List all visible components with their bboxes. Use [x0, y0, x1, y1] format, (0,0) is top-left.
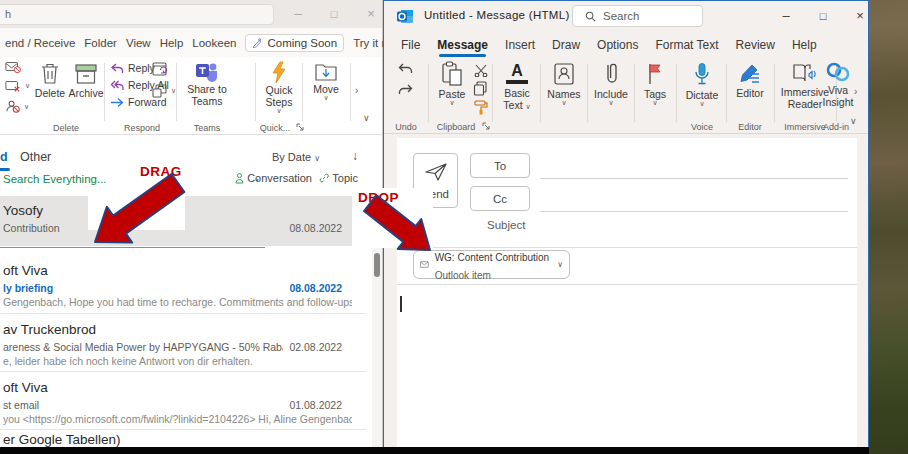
tab-review[interactable]: Review [736, 34, 775, 56]
conversation-toggle[interactable]: Conversation [235, 172, 312, 184]
close-button[interactable]: × [356, 0, 386, 28]
email-row[interactable]: oft Viva ly briefing 08.08.2022 Gengenba… [0, 256, 366, 314]
quick-steps-button[interactable]: Quick Steps ∨ [258, 61, 300, 114]
tab-draw[interactable]: Draw [552, 34, 580, 56]
move-folder-icon [314, 61, 338, 83]
group-label-voice: Voice [680, 122, 724, 132]
sort-direction-icon[interactable]: ↓ [352, 149, 358, 163]
tab-help[interactable]: Help [160, 37, 184, 49]
dictate-button[interactable]: Dictate ∨ [680, 62, 724, 107]
ignore-icon[interactable] [5, 60, 21, 74]
junk-button[interactable]: ∨ [5, 79, 30, 93]
tab-focused[interactable]: d [0, 150, 8, 164]
envelope-icon [420, 257, 429, 272]
dialog-launcher-icon[interactable] [296, 123, 304, 131]
email-row[interactable]: oft Viva st email 01.08.2022 you <https:… [0, 373, 366, 430]
tab-folder[interactable]: Folder [84, 37, 117, 49]
group-label-undo: Undo [388, 122, 424, 132]
tab-options[interactable]: Options [597, 34, 638, 56]
teams-icon [194, 61, 220, 83]
outlook-main-window: h – □ × end / Receive Folder View Help L… [0, 0, 383, 449]
ribbon-overflow-button[interactable]: › [355, 85, 358, 96]
names-button[interactable]: Names ∨ [543, 62, 585, 106]
coming-soon-chip[interactable]: Coming Soon [245, 34, 344, 52]
desktop: { "glyphs": { "chevron": "∨", "overflow"… [0, 0, 908, 454]
drag-arrow [80, 172, 200, 252]
cc-button[interactable]: Cc [470, 186, 530, 211]
message-body[interactable] [397, 288, 857, 449]
tab-message[interactable]: Message [437, 34, 488, 56]
cc-input[interactable] [540, 211, 848, 212]
redo-icon[interactable] [398, 84, 413, 97]
paste-button[interactable]: Paste ∨ [433, 61, 471, 106]
scrollbar-thumb[interactable] [374, 253, 380, 277]
tab-lookeen[interactable]: Lookeen [192, 37, 236, 49]
delete-button[interactable]: Delete [33, 61, 67, 99]
ribbon-overflow-button[interactable]: › [854, 86, 857, 97]
minimize-button[interactable]: – [771, 1, 801, 31]
email-row[interactable]: av Truckenbrod areness & Social Media Po… [0, 315, 366, 372]
pen-sparkle-icon [252, 37, 263, 48]
group-label-quick-steps: Quick... [255, 123, 295, 133]
reply-button[interactable]: Reply [110, 62, 155, 74]
attachment-divider [397, 284, 857, 285]
to-input[interactable] [540, 178, 848, 179]
trash-icon [38, 61, 62, 87]
group-label-editor: Editor [729, 122, 771, 132]
windows-icon [152, 84, 167, 98]
ribbon-collapse-icon[interactable]: ∨ [363, 113, 370, 123]
minimize-button[interactable]: – [283, 0, 313, 28]
main-ribbon: ∨ ∨ Delete Archive Delete Reply Reply Al… [0, 57, 382, 135]
include-button[interactable]: Include ∨ [590, 62, 632, 106]
meeting-icon[interactable] [152, 61, 169, 77]
archive-icon [73, 61, 99, 87]
windows-button[interactable]: ∨ [152, 84, 176, 98]
group-label-respond: Respond [108, 123, 176, 133]
tab-view[interactable]: View [126, 37, 151, 49]
main-search-box[interactable]: h [0, 4, 274, 25]
tab-file[interactable]: File [401, 34, 420, 56]
reply-all-icon [110, 80, 124, 91]
sort-by-button[interactable]: By Date ∨ [272, 151, 320, 163]
compose-search-box[interactable]: Search [572, 5, 703, 27]
share-to-teams-button[interactable]: Share to Teams [180, 61, 234, 107]
tab-send-receive[interactable]: end / Receive [5, 37, 75, 49]
ribbon-collapse-icon[interactable]: ∨ [850, 116, 857, 126]
person-icon [235, 173, 244, 184]
to-button[interactable]: To [470, 153, 530, 178]
tab-help[interactable]: Help [792, 34, 817, 56]
group-label-teams: Teams [182, 123, 232, 133]
cut-icon[interactable] [474, 64, 488, 77]
topic-toggle[interactable]: Topic [319, 172, 358, 184]
archive-button[interactable]: Archive [66, 61, 106, 99]
viva-insights-icon [825, 62, 851, 82]
format-painter-icon[interactable] [473, 100, 488, 115]
paperclip-icon [601, 62, 621, 86]
tab-insert[interactable]: Insert [505, 34, 535, 56]
compose-ribbon-tabs: File Message Insert Draw Options Format … [384, 31, 868, 58]
dialog-launcher-icon[interactable] [482, 122, 490, 130]
basic-text-button[interactable]: A Basic Text ∨ [496, 62, 538, 111]
editor-button[interactable]: Editor [729, 62, 771, 99]
person-block-icon [5, 99, 20, 114]
close-button[interactable]: × [845, 1, 875, 31]
block-sender-button[interactable]: ∨ [5, 99, 29, 114]
main-titlebar: h – □ × [0, 0, 382, 28]
link-icon [319, 173, 329, 183]
move-button[interactable]: Move ∨ [306, 61, 346, 101]
compose-form: Send To Cc Subject WG: Content Contribut… [397, 138, 857, 449]
immersive-reader-icon [792, 62, 818, 84]
viva-insights-button[interactable]: Viva Insight [816, 62, 860, 108]
undo-icon[interactable] [398, 63, 413, 76]
maximize-button[interactable]: □ [319, 0, 349, 28]
maximize-button[interactable]: □ [808, 1, 838, 31]
flag-icon [645, 62, 665, 86]
tab-format-text[interactable]: Format Text [655, 34, 718, 56]
copy-icon[interactable] [473, 81, 488, 96]
compose-title: Untitled - Message (HTML) [424, 9, 570, 21]
subject-input[interactable]: Subject [487, 219, 525, 231]
chevron-down-icon[interactable]: ∨ [557, 262, 563, 268]
group-label-clipboard: Clipboard [430, 122, 482, 132]
tab-other[interactable]: Other [20, 150, 51, 164]
tags-button[interactable]: Tags ∨ [636, 62, 674, 106]
